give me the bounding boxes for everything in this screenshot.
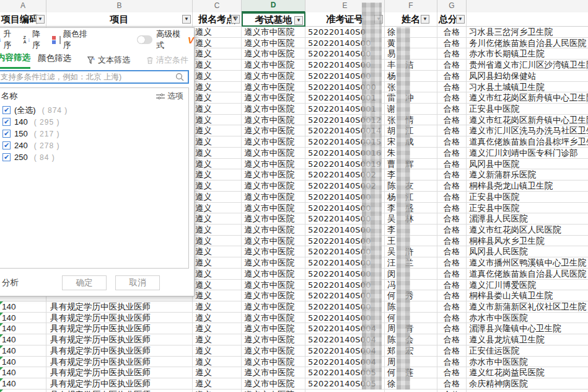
- cell-score[interactable]: 合格: [437, 213, 467, 225]
- cell-exam-site[interactable]: 遵义: [193, 125, 242, 136]
- cell-exam-base[interactable]: 遵义市中医院: [242, 301, 305, 313]
- cell-exam-site[interactable]: 遵义: [193, 27, 242, 38]
- cell-hospital[interactable]: 遵义红花岗益民医院: [467, 367, 588, 378]
- cell-project-code[interactable]: 140: [0, 334, 46, 345]
- cell-hospital[interactable]: 遵义新蒲群乐医院: [467, 169, 588, 180]
- cell-exam-site[interactable]: 遵义: [193, 115, 242, 126]
- cell-exam-base[interactable]: 遵义市中医院: [242, 357, 305, 368]
- cell-exam-base[interactable]: 遵义市中医院: [242, 290, 305, 301]
- cell-exam-site[interactable]: 遵义: [193, 82, 242, 93]
- cell-score[interactable]: 合格: [437, 125, 467, 136]
- cell-exam-base[interactable]: 遵义市中医院: [242, 367, 305, 378]
- filter-value-item[interactable]: ✔ 240 ( 278 ): [0, 140, 188, 151]
- cell-exam-site[interactable]: 遵义: [193, 280, 242, 291]
- cell-ticket-no[interactable]: 520220140S005: [305, 390, 385, 392]
- cell-score[interactable]: 合格: [437, 367, 467, 378]
- cell-exam-base[interactable]: 遵义市中医院: [242, 104, 305, 115]
- cell-name[interactable]: 杨: [385, 71, 437, 82]
- cell-name[interactable]: 李: [385, 169, 437, 180]
- cell-hospital[interactable]: 遵义市汇川区洗马办洗马社区卫生服务中心: [467, 125, 588, 136]
- cell-score[interactable]: 合格: [437, 192, 467, 203]
- cell-hospital[interactable]: 遵义市红花岗区新舟镇中心卫生院: [467, 115, 588, 126]
- column-header-C[interactable]: C: [193, 0, 242, 12]
- cell-exam-site[interactable]: 遵义: [193, 357, 242, 368]
- cell-name[interactable]: 李盛: [385, 203, 437, 214]
- column-header-G[interactable]: G: [437, 0, 467, 12]
- header-cell-name[interactable]: 姓名 ▼: [385, 12, 437, 27]
- cell-exam-base[interactable]: 遵义市中医院: [242, 390, 305, 392]
- cell-name[interactable]: 吴浒: [385, 246, 437, 257]
- cell-exam-site[interactable]: 遵义: [193, 390, 242, 392]
- cell-score[interactable]: 合格: [437, 27, 467, 38]
- cell-exam-base[interactable]: 遵义市中医院: [242, 323, 305, 334]
- cell-name[interactable]: 周青: [385, 323, 437, 334]
- filter-value-item[interactable]: ✔ (全选) ( 874 ): [0, 104, 188, 116]
- cell-exam-base[interactable]: 遵义市中医院: [242, 236, 305, 247]
- cell-project[interactable]: 具有规定学历中医执业医师: [46, 334, 193, 345]
- cell-exam-base[interactable]: 遵义市中医院: [242, 115, 305, 126]
- cell-hospital[interactable]: 湄潭县人民医院: [467, 213, 588, 225]
- cell-name[interactable]: 易: [385, 48, 437, 60]
- cell-project-code[interactable]: 140: [0, 301, 46, 313]
- cell-exam-base[interactable]: 遵义市中医院: [242, 60, 305, 71]
- sort-descending-button[interactable]: ZA ↓ 降序: [24, 29, 46, 51]
- cell-exam-site[interactable]: 遵义: [193, 203, 242, 214]
- cell-exam-site[interactable]: 遵义: [193, 313, 242, 324]
- cell-score[interactable]: 合格: [437, 345, 467, 357]
- filter-applied-funnel-icon[interactable]: ⧨: [231, 15, 240, 24]
- cell-project-code[interactable]: 140: [0, 345, 46, 357]
- cell-name[interactable]: 张: [385, 82, 437, 93]
- text-filter-button[interactable]: A 文本筛选: [87, 55, 130, 66]
- cell-score[interactable]: 合格: [437, 301, 467, 313]
- column-header-D-selected[interactable]: D: [242, 0, 305, 12]
- cell-name[interactable]: 徐: [385, 27, 437, 38]
- cell-hospital[interactable]: 桐梓县娄山关镇卫生院: [467, 290, 588, 301]
- cell-exam-base[interactable]: 遵义市中医院: [242, 136, 305, 148]
- cell-name[interactable]: 闵: [385, 269, 437, 280]
- filter-dropdown-icon[interactable]: ▼: [294, 16, 303, 25]
- cell-score[interactable]: 合格: [437, 280, 467, 291]
- checkbox-checked-icon[interactable]: ✔: [2, 141, 11, 149]
- cell-score[interactable]: 合格: [437, 180, 467, 192]
- cell-project-code[interactable]: 140: [0, 367, 46, 378]
- cell-exam-base[interactable]: 遵义市中医院: [242, 269, 305, 280]
- filter-dropdown-icon[interactable]: ▼: [36, 15, 45, 24]
- cell-exam-site[interactable]: 遵义: [193, 136, 242, 148]
- cell-exam-site[interactable]: 遵义: [193, 148, 242, 159]
- cell-hospital[interactable]: 遵义汇川博爱医院: [467, 280, 588, 291]
- cell-name[interactable]: 陈: [385, 301, 437, 313]
- options-button[interactable]: 选项: [156, 91, 183, 102]
- cell-hospital[interactable]: 遵义市播州区鸭溪镇中心卫生院: [467, 257, 588, 269]
- cell-exam-site[interactable]: 遵义: [193, 192, 242, 203]
- cell-score[interactable]: 合格: [437, 357, 467, 368]
- cell-name[interactable]: 张情: [385, 115, 437, 126]
- cell-project-code[interactable]: 140: [0, 357, 46, 368]
- cell-name[interactable]: 李: [385, 225, 437, 236]
- cell-name[interactable]: 冯: [385, 280, 437, 291]
- cell-hospital[interactable]: 道真仡佬族苗族自治县人民医院: [467, 269, 588, 280]
- cell-name[interactable]: 朱: [385, 148, 437, 159]
- cell-hospital[interactable]: 赤水市长期镇卫生院: [467, 48, 588, 60]
- column-header-F[interactable]: F: [385, 0, 437, 12]
- header-cell-exam-site[interactable]: 报名考点 ⧨: [193, 12, 242, 27]
- cell-exam-base[interactable]: 遵义市中医院: [242, 246, 305, 257]
- cell-score[interactable]: 合格: [437, 323, 467, 334]
- cell-project-code[interactable]: 140: [0, 378, 46, 390]
- cell-exam-site[interactable]: 遵义: [193, 38, 242, 49]
- cell-hospital[interactable]: 务川仡佬族苗族自治县人民医院: [467, 38, 588, 49]
- cell-hospital[interactable]: 习水县三岔河乡卫生院: [467, 27, 588, 38]
- cell-name[interactable]: 何: [385, 313, 437, 324]
- cell-name[interactable]: 杨江: [385, 192, 437, 203]
- cell-score[interactable]: 合格: [437, 290, 467, 301]
- cell-exam-base[interactable]: 遵义市中医院: [242, 225, 305, 236]
- cell-hospital[interactable]: 正安县中医院: [467, 104, 588, 115]
- cell-hospital[interactable]: 凤冈县人民医院: [467, 246, 588, 257]
- cell-exam-base[interactable]: 遵义市中医院: [242, 38, 305, 49]
- cell-score[interactable]: 合格: [437, 203, 467, 214]
- cell-name[interactable]: 何莲: [385, 367, 437, 378]
- cell-hospital[interactable]: 桐梓县风水乡卫生院: [467, 236, 588, 247]
- cell-exam-base[interactable]: 遵义市中医院: [242, 257, 305, 269]
- header-cell-total-score[interactable]: 总分 ▼: [437, 12, 467, 27]
- cell-hospital[interactable]: 赤水市中医医院: [467, 357, 588, 368]
- cell-hospital[interactable]: 凤冈县妇幼保健站: [467, 71, 588, 82]
